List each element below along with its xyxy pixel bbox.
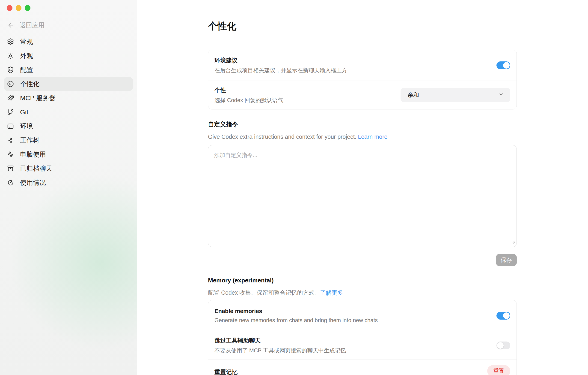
skip-tool-chats-title: 跳过工具辅助聊天 [214, 337, 346, 344]
memory-description-text: 配置 Codex 收集、保留和整合记忆的方式。 [208, 289, 320, 296]
sidebar-item-label: 个性化 [20, 80, 39, 88]
custom-instructions-description-text: Give Codex extra instructions and contex… [208, 133, 358, 140]
enable-memories-row: Enable memories Generate new memories fr… [208, 300, 516, 331]
custom-instructions-description: Give Codex extra instructions and contex… [208, 133, 517, 140]
gear-icon [7, 38, 14, 45]
toggle-knob [503, 62, 510, 69]
custom-instructions-heading: 自定义指令 [208, 120, 517, 128]
git-branch-icon [7, 109, 14, 116]
personality-title: 个性 [214, 86, 284, 94]
custom-instructions-textarea[interactable] [208, 145, 517, 247]
memory-card: Enable memories Generate new memories fr… [208, 300, 517, 375]
sidebar-item-appearance[interactable]: 外观 [4, 49, 133, 63]
split-arrows-icon [7, 137, 14, 144]
enable-memories-description: Generate new memories from chats and bri… [214, 317, 378, 323]
personality-selected-option: 亲和 [408, 91, 419, 99]
personalization-card: 环境建议 在后台生成项目相关建议，并显示在新聊天输入框上方 个性 选择 Code… [208, 50, 517, 110]
minimize-window-button[interactable] [16, 5, 21, 11]
sidebar-item-label: 已归档聊天 [20, 164, 52, 173]
memory-learn-more-link[interactable]: 了解更多 [320, 289, 343, 296]
personality-select[interactable]: 亲和 [400, 88, 510, 102]
environment-suggestions-description: 在后台生成项目相关建议，并显示在新聊天输入框上方 [214, 67, 347, 74]
sidebar-item-label: 使用情况 [20, 178, 46, 187]
toggle-knob [503, 312, 510, 319]
brightness-icon [7, 52, 14, 59]
sidebar-item-label: 外观 [20, 52, 33, 60]
sidebar-item-environments[interactable]: 环境 [4, 119, 133, 133]
skip-tool-chats-row: 跳过工具辅助聊天 不要从使用了 MCP 工具或网页搜索的聊天中生成记忆 [208, 331, 516, 360]
toggle-knob [497, 342, 504, 349]
chevron-down-icon [498, 91, 504, 99]
memory-heading: Memory (experimental) [208, 277, 517, 284]
sidebar-item-label: Git [20, 109, 28, 116]
zoom-window-button[interactable] [25, 5, 31, 11]
environment-suggestions-row: 环境建议 在后台生成项目相关建议，并显示在新聊天输入框上方 [208, 50, 516, 81]
sidebar-item-label: 配置 [20, 66, 33, 74]
page-title: 个性化 [208, 20, 517, 33]
memory-description: 配置 Codex 收集、保留和整合记忆的方式。了解更多 [208, 289, 517, 297]
back-arrow-icon [7, 22, 14, 29]
learn-more-link[interactable]: Learn more [358, 133, 387, 140]
gauge-icon [7, 179, 14, 186]
personality-description: 选择 Codex 回复的默认语气 [214, 97, 284, 104]
sidebar-item-worktrees[interactable]: 工作树 [4, 133, 133, 147]
settings-sidebar: 返回应用 常规 外观 配置 个性化 MCP 服务器 Git 环境 [0, 0, 137, 375]
sidebar-item-git[interactable]: Git [4, 105, 133, 119]
sidebar-nav: 常规 外观 配置 个性化 MCP 服务器 Git 环境 工作树 [4, 35, 133, 190]
personality-row: 个性 选择 Codex 回复的默认语气 亲和 [208, 81, 516, 109]
sidebar-item-label: 环境 [20, 122, 33, 131]
back-to-app-button[interactable]: 返回应用 [7, 21, 44, 29]
skip-tool-chats-toggle[interactable] [496, 342, 510, 349]
shield-prompt-icon [7, 66, 14, 73]
cursor-click-icon [7, 151, 14, 158]
back-to-app-label: 返回应用 [20, 21, 44, 29]
window-icon [7, 123, 14, 130]
environment-suggestions-title: 环境建议 [214, 56, 347, 64]
sidebar-item-label: MCP 服务器 [20, 94, 56, 102]
reset-memories-button[interactable]: 重置 [487, 365, 510, 375]
sidebar-item-usage[interactable]: 使用情况 [4, 176, 133, 190]
sidebar-item-label: 电脑使用 [20, 150, 46, 159]
sidebar-item-archived-chats[interactable]: 已归档聊天 [4, 161, 133, 176]
skip-tool-chats-description: 不要从使用了 MCP 工具或网页搜索的聊天中生成记忆 [214, 347, 346, 354]
close-window-button[interactable] [7, 5, 12, 11]
reset-memories-row: 重置记忆 删除所有本地记忆 重置 [208, 360, 516, 375]
archive-icon [7, 165, 14, 172]
save-button[interactable]: 保存 [496, 254, 517, 266]
sidebar-item-label: 常规 [20, 37, 33, 46]
reset-memories-title: 重置记忆 [214, 368, 259, 375]
custom-instructions-editor [208, 145, 517, 247]
sidebar-item-general[interactable]: 常规 [4, 35, 133, 49]
settings-main-panel: 个性化 环境建议 在后台生成项目相关建议，并显示在新聊天输入框上方 个性 选择 … [137, 0, 588, 375]
environment-suggestions-toggle[interactable] [496, 61, 510, 69]
personalization-icon [7, 80, 14, 88]
sidebar-item-computer-use[interactable]: 电脑使用 [4, 147, 133, 161]
enable-memories-title: Enable memories [214, 308, 378, 315]
sidebar-item-mcp-servers[interactable]: MCP 服务器 [4, 91, 133, 105]
mcp-paperclip-icon [7, 94, 14, 102]
sidebar-item-config[interactable]: 配置 [4, 63, 133, 77]
sidebar-item-label: 工作树 [20, 136, 39, 145]
enable-memories-toggle[interactable] [496, 312, 510, 320]
window-controls [7, 5, 31, 11]
sidebar-item-personalization[interactable]: 个性化 [4, 77, 133, 91]
